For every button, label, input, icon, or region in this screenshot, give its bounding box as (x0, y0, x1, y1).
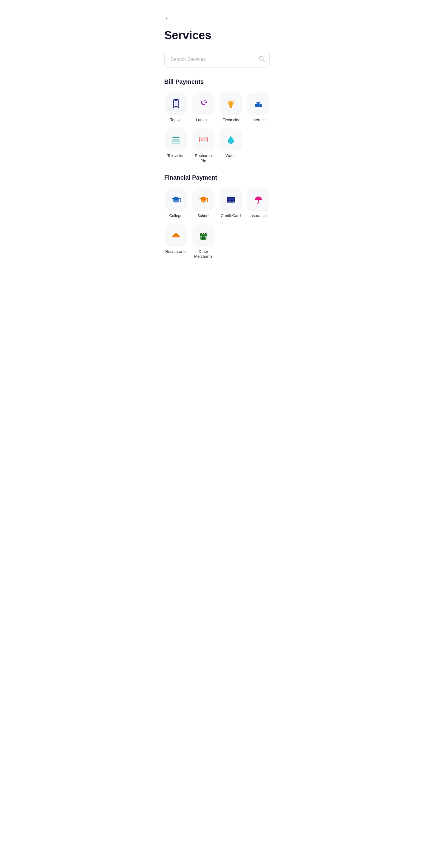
svg-line-8 (228, 100, 229, 101)
svg-rect-40 (200, 234, 207, 236)
college-label: College (169, 213, 182, 218)
other-merchants-label: Other Merchants (192, 249, 215, 259)
school-label: School (197, 213, 210, 218)
svg-marker-42 (202, 233, 205, 234)
landline-icon-box (193, 93, 214, 115)
svg-rect-23 (201, 140, 203, 141)
svg-rect-35 (232, 201, 234, 202)
svg-rect-22 (199, 138, 207, 140)
financial-payment-section: Financial Payment College (164, 174, 270, 259)
water-icon-box (220, 129, 242, 150)
insurance-item[interactable]: Insurance (247, 189, 270, 218)
svg-rect-46 (201, 236, 202, 238)
insurance-icon-box (247, 189, 269, 210)
television-icon-box (165, 129, 187, 150)
college-item[interactable]: College (164, 189, 187, 218)
television-item[interactable]: Television (164, 129, 187, 164)
svg-rect-33 (227, 198, 235, 200)
bill-payments-section: Bill Payments TopUp (164, 79, 270, 164)
page-title: Services (164, 29, 270, 42)
recharge-pin-icon-box (193, 129, 214, 150)
svg-rect-47 (205, 236, 206, 238)
other-merchants-icon-box (193, 224, 214, 246)
svg-rect-34 (228, 201, 231, 202)
restaurants-label: Restaurants (165, 249, 186, 254)
topup-item[interactable]: TopUp (164, 93, 187, 123)
television-label: Television (167, 153, 184, 158)
financial-payment-grid: College School (164, 189, 270, 218)
internet-icon-box (247, 93, 269, 115)
svg-marker-41 (200, 233, 202, 234)
water-label: Water (225, 153, 236, 158)
svg-line-7 (233, 100, 234, 101)
bill-payments-grid-row2: Television Recharge Pin (164, 129, 270, 164)
svg-point-25 (205, 141, 206, 141)
svg-point-16 (258, 104, 258, 105)
landline-item[interactable]: Landline (192, 93, 215, 123)
water-item[interactable]: Water (219, 129, 242, 164)
internet-label: Internet (251, 118, 265, 123)
svg-point-24 (204, 141, 205, 141)
other-merchants-item[interactable]: Other Merchants (192, 224, 215, 259)
svg-rect-5 (174, 101, 178, 105)
topup-label: TopUp (170, 118, 182, 123)
credit-card-label: Credit Card (221, 213, 241, 218)
search-container (164, 51, 270, 68)
svg-point-14 (259, 105, 260, 106)
landline-label: Landline (196, 118, 211, 123)
school-item[interactable]: School (192, 189, 215, 218)
college-icon-box (165, 189, 187, 210)
svg-rect-38 (175, 233, 177, 234)
internet-item[interactable]: Internet (247, 93, 270, 123)
svg-point-28 (180, 201, 181, 202)
bill-payments-title: Bill Payments (164, 79, 270, 85)
recharge-pin-label: Recharge Pin (192, 153, 215, 164)
school-icon-box (193, 189, 214, 210)
empty-cell-3 (247, 224, 270, 259)
credit-card-item[interactable]: Credit Card (219, 189, 242, 218)
topup-icon-box (165, 93, 187, 115)
svg-rect-45 (202, 237, 205, 240)
empty-cell-2 (219, 224, 242, 259)
svg-marker-43 (205, 233, 207, 234)
restaurants-item[interactable]: Restaurants (164, 224, 187, 259)
svg-rect-3 (175, 100, 177, 101)
search-input[interactable] (164, 51, 270, 68)
electricity-label: Electricity (222, 118, 239, 123)
credit-card-icon-box (220, 189, 242, 210)
recharge-pin-item[interactable]: Recharge Pin (192, 129, 215, 164)
svg-rect-4 (175, 106, 178, 107)
electricity-icon-box (220, 93, 242, 115)
svg-point-31 (207, 201, 208, 202)
bill-payments-grid: TopUp Landline (164, 93, 270, 123)
insurance-label: Insurance (250, 213, 267, 218)
empty-cell-1 (247, 129, 270, 164)
svg-point-15 (260, 105, 261, 106)
restaurants-icon-box (165, 224, 187, 246)
electricity-item[interactable]: Electricity (219, 93, 242, 123)
back-button[interactable]: ← (164, 15, 171, 23)
svg-rect-20 (173, 139, 179, 142)
financial-payment-title: Financial Payment (164, 174, 270, 181)
financial-payment-grid-row2: Restaurants (164, 224, 270, 259)
back-icon: ← (164, 15, 171, 23)
